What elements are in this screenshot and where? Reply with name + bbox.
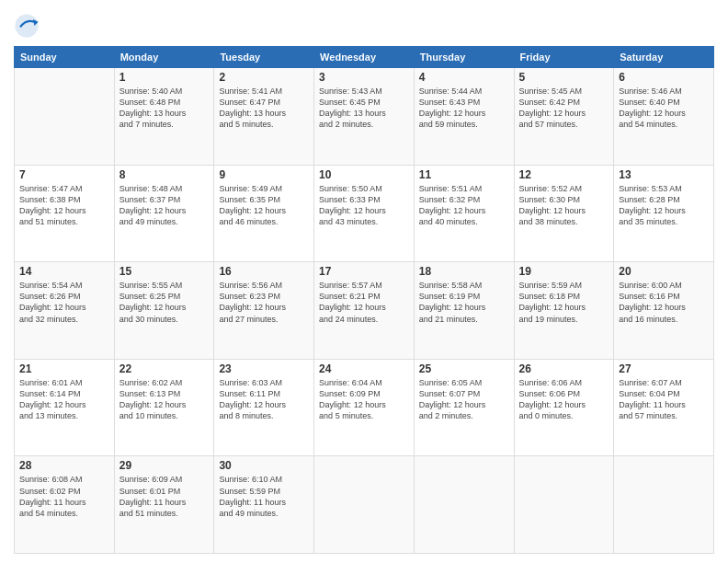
day-info: Sunrise: 5:47 AM Sunset: 6:38 PM Dayligh…: [19, 183, 109, 228]
day-info: Sunrise: 6:00 AM Sunset: 6:16 PM Dayligh…: [619, 280, 709, 325]
day-number: 17: [319, 265, 409, 278]
table-row: 27Sunrise: 6:07 AM Sunset: 6:04 PM Dayli…: [614, 359, 714, 456]
table-row: 24Sunrise: 6:04 AM Sunset: 6:09 PM Dayli…: [314, 359, 415, 456]
day-number: 18: [419, 265, 509, 278]
day-number: 28: [19, 459, 109, 472]
col-sunday: Sunday: [15, 47, 115, 68]
day-info: Sunrise: 6:09 AM Sunset: 6:01 PM Dayligh…: [119, 474, 210, 519]
page: Sunday Monday Tuesday Wednesday Thursday…: [0, 0, 728, 563]
day-info: Sunrise: 6:07 AM Sunset: 6:04 PM Dayligh…: [619, 377, 709, 422]
col-monday: Monday: [114, 47, 214, 68]
day-info: Sunrise: 5:56 AM Sunset: 6:23 PM Dayligh…: [219, 280, 309, 325]
table-row: 3Sunrise: 5:43 AM Sunset: 6:45 PM Daylig…: [314, 68, 415, 166]
week-row: 1Sunrise: 5:40 AM Sunset: 6:48 PM Daylig…: [15, 68, 714, 166]
day-info: Sunrise: 5:40 AM Sunset: 6:48 PM Dayligh…: [119, 86, 210, 131]
day-info: Sunrise: 5:45 AM Sunset: 6:42 PM Dayligh…: [519, 86, 609, 131]
col-thursday: Thursday: [414, 47, 514, 68]
day-number: 29: [119, 459, 210, 472]
table-row: 2Sunrise: 5:41 AM Sunset: 6:47 PM Daylig…: [214, 68, 314, 166]
table-row: [514, 456, 614, 554]
table-row: 30Sunrise: 6:10 AM Sunset: 5:59 PM Dayli…: [214, 456, 314, 554]
day-number: 30: [219, 459, 309, 472]
table-row: 5Sunrise: 5:45 AM Sunset: 6:42 PM Daylig…: [514, 68, 614, 166]
week-row: 14Sunrise: 5:54 AM Sunset: 6:26 PM Dayli…: [15, 262, 714, 360]
table-row: 16Sunrise: 5:56 AM Sunset: 6:23 PM Dayli…: [214, 262, 314, 360]
day-info: Sunrise: 6:06 AM Sunset: 6:06 PM Dayligh…: [519, 377, 609, 422]
day-number: 27: [619, 362, 709, 375]
day-info: Sunrise: 5:52 AM Sunset: 6:30 PM Dayligh…: [519, 183, 609, 228]
day-number: 8: [119, 168, 210, 181]
day-info: Sunrise: 6:01 AM Sunset: 6:14 PM Dayligh…: [19, 377, 109, 422]
table-row: 12Sunrise: 5:52 AM Sunset: 6:30 PM Dayli…: [514, 165, 614, 262]
day-number: 10: [319, 168, 409, 181]
col-saturday: Saturday: [614, 47, 714, 68]
day-info: Sunrise: 5:49 AM Sunset: 6:35 PM Dayligh…: [219, 183, 309, 228]
table-row: 20Sunrise: 6:00 AM Sunset: 6:16 PM Dayli…: [614, 262, 714, 360]
day-number: 14: [19, 265, 109, 278]
table-row: 19Sunrise: 5:59 AM Sunset: 6:18 PM Dayli…: [514, 262, 614, 360]
day-number: 2: [219, 71, 309, 84]
table-row: 13Sunrise: 5:53 AM Sunset: 6:28 PM Dayli…: [614, 165, 714, 262]
table-row: 18Sunrise: 5:58 AM Sunset: 6:19 PM Dayli…: [414, 262, 514, 360]
table-row: 11Sunrise: 5:51 AM Sunset: 6:32 PM Dayli…: [414, 165, 514, 262]
day-info: Sunrise: 5:44 AM Sunset: 6:43 PM Dayligh…: [419, 86, 509, 131]
day-number: 22: [119, 362, 210, 375]
day-info: Sunrise: 6:05 AM Sunset: 6:07 PM Dayligh…: [419, 377, 509, 422]
day-info: Sunrise: 5:41 AM Sunset: 6:47 PM Dayligh…: [219, 86, 309, 131]
day-number: 25: [419, 362, 509, 375]
header: [14, 9, 714, 39]
day-info: Sunrise: 5:53 AM Sunset: 6:28 PM Dayligh…: [619, 183, 709, 228]
day-number: 1: [119, 71, 210, 84]
day-number: 7: [19, 168, 109, 181]
week-row: 7Sunrise: 5:47 AM Sunset: 6:38 PM Daylig…: [15, 165, 714, 262]
table-row: 23Sunrise: 6:03 AM Sunset: 6:11 PM Dayli…: [214, 359, 314, 456]
day-number: 19: [519, 265, 609, 278]
day-info: Sunrise: 5:59 AM Sunset: 6:18 PM Dayligh…: [519, 280, 609, 325]
table-row: 9Sunrise: 5:49 AM Sunset: 6:35 PM Daylig…: [214, 165, 314, 262]
week-row: 28Sunrise: 6:08 AM Sunset: 6:02 PM Dayli…: [15, 456, 714, 554]
day-number: 24: [319, 362, 409, 375]
day-info: Sunrise: 5:54 AM Sunset: 6:26 PM Dayligh…: [19, 280, 109, 325]
day-number: 15: [119, 265, 210, 278]
day-number: 11: [419, 168, 509, 181]
calendar-table: Sunday Monday Tuesday Wednesday Thursday…: [14, 46, 714, 554]
day-number: 9: [219, 168, 309, 181]
day-info: Sunrise: 5:58 AM Sunset: 6:19 PM Dayligh…: [419, 280, 509, 325]
day-info: Sunrise: 6:04 AM Sunset: 6:09 PM Dayligh…: [319, 377, 409, 422]
table-row: 15Sunrise: 5:55 AM Sunset: 6:25 PM Dayli…: [114, 262, 214, 360]
day-number: 26: [519, 362, 609, 375]
table-row: 10Sunrise: 5:50 AM Sunset: 6:33 PM Dayli…: [314, 165, 415, 262]
day-info: Sunrise: 6:03 AM Sunset: 6:11 PM Dayligh…: [219, 377, 309, 422]
day-info: Sunrise: 6:08 AM Sunset: 6:02 PM Dayligh…: [19, 474, 109, 519]
day-info: Sunrise: 6:02 AM Sunset: 6:13 PM Dayligh…: [119, 377, 210, 422]
table-row: 8Sunrise: 5:48 AM Sunset: 6:37 PM Daylig…: [114, 165, 214, 262]
table-row: 4Sunrise: 5:44 AM Sunset: 6:43 PM Daylig…: [414, 68, 514, 166]
header-row: Sunday Monday Tuesday Wednesday Thursday…: [15, 47, 714, 68]
day-info: Sunrise: 6:10 AM Sunset: 5:59 PM Dayligh…: [219, 474, 309, 519]
day-info: Sunrise: 5:51 AM Sunset: 6:32 PM Dayligh…: [419, 183, 509, 228]
day-number: 21: [19, 362, 109, 375]
table-row: 22Sunrise: 6:02 AM Sunset: 6:13 PM Dayli…: [114, 359, 214, 456]
day-number: 12: [519, 168, 609, 181]
col-friday: Friday: [514, 47, 614, 68]
calendar-body: 1Sunrise: 5:40 AM Sunset: 6:48 PM Daylig…: [15, 68, 714, 554]
table-row: 14Sunrise: 5:54 AM Sunset: 6:26 PM Dayli…: [15, 262, 115, 360]
day-info: Sunrise: 5:57 AM Sunset: 6:21 PM Dayligh…: [319, 280, 409, 325]
svg-point-0: [15, 14, 38, 37]
day-number: 6: [619, 71, 709, 84]
table-row: 26Sunrise: 6:06 AM Sunset: 6:06 PM Dayli…: [514, 359, 614, 456]
table-row: [614, 456, 714, 554]
table-row: 29Sunrise: 6:09 AM Sunset: 6:01 PM Dayli…: [114, 456, 214, 554]
day-number: 5: [519, 71, 609, 84]
col-tuesday: Tuesday: [214, 47, 314, 68]
logo: [14, 13, 44, 39]
day-info: Sunrise: 5:46 AM Sunset: 6:40 PM Dayligh…: [619, 86, 709, 131]
week-row: 21Sunrise: 6:01 AM Sunset: 6:14 PM Dayli…: [15, 359, 714, 456]
day-info: Sunrise: 5:50 AM Sunset: 6:33 PM Dayligh…: [319, 183, 409, 228]
table-row: 25Sunrise: 6:05 AM Sunset: 6:07 PM Dayli…: [414, 359, 514, 456]
table-row: [314, 456, 415, 554]
table-row: 7Sunrise: 5:47 AM Sunset: 6:38 PM Daylig…: [15, 165, 115, 262]
table-row: [414, 456, 514, 554]
table-row: 17Sunrise: 5:57 AM Sunset: 6:21 PM Dayli…: [314, 262, 415, 360]
day-number: 4: [419, 71, 509, 84]
